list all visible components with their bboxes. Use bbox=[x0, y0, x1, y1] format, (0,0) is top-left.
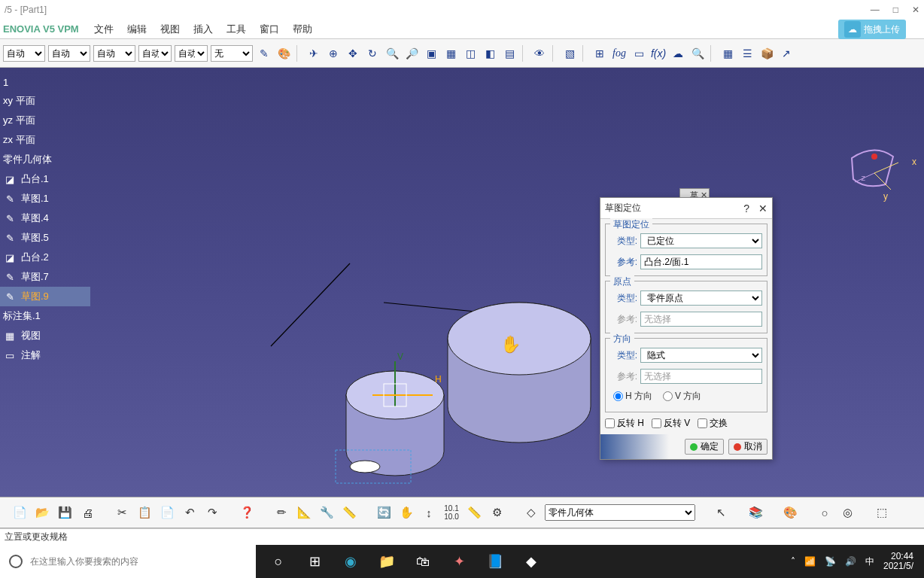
tray-network-icon[interactable]: 📶 bbox=[804, 556, 816, 567]
save-icon[interactable]: 💾 bbox=[56, 503, 74, 522]
redo-icon[interactable]: ↷ bbox=[203, 503, 221, 522]
ok-button[interactable]: 确定 bbox=[685, 439, 724, 455]
sketch-icon[interactable]: ✏ bbox=[272, 503, 290, 522]
circle-icon[interactable]: ○ bbox=[816, 503, 834, 522]
spec-tree[interactable]: 1 xy 平面 yz 平面 zx 平面 零件几何体 ◪凸台.1 ✎草图.1 ✎草… bbox=[0, 74, 90, 365]
cortana-icon[interactable]: ○ bbox=[268, 551, 289, 572]
iso-icon[interactable]: ◫ bbox=[462, 45, 479, 62]
tree-views[interactable]: ▦视图 bbox=[0, 326, 90, 345]
tree-item[interactable]: ◪凸台.1 bbox=[0, 169, 90, 189]
circle2-icon[interactable]: ◎ bbox=[838, 503, 856, 522]
menu-insert[interactable]: 插入 bbox=[187, 21, 219, 38]
body-select[interactable]: 零件几何体 bbox=[545, 504, 695, 521]
check-swap[interactable]: 交换 bbox=[698, 417, 728, 430]
origin-type-select[interactable]: 零件原点 bbox=[640, 291, 762, 306]
render-icon[interactable]: 🎨 bbox=[781, 503, 799, 522]
brush-icon[interactable]: ✎ bbox=[256, 45, 272, 62]
tree-plane-zx[interactable]: zx 平面 bbox=[0, 130, 90, 150]
tray-wifi-icon[interactable]: 📡 bbox=[825, 556, 836, 567]
cube-icon[interactable]: ⬚ bbox=[873, 503, 891, 522]
view-compass[interactable] bbox=[844, 143, 904, 203]
magnify-icon[interactable]: 🔍 bbox=[689, 45, 706, 62]
upload-badge[interactable]: ☁ 拖拽上传 bbox=[838, 20, 906, 39]
minimize-icon[interactable]: — bbox=[871, 5, 880, 15]
undo-icon[interactable]: ↶ bbox=[181, 503, 199, 522]
explorer-icon[interactable]: 📁 bbox=[376, 551, 397, 572]
auto-select-5[interactable]: 自动 bbox=[175, 45, 208, 62]
maximize-icon[interactable]: □ bbox=[893, 5, 898, 15]
ground-icon[interactable]: ▭ bbox=[631, 45, 647, 62]
pointer-icon[interactable]: ↖ bbox=[712, 503, 730, 522]
wire-icon[interactable]: ▤ bbox=[501, 45, 518, 62]
rotate-icon[interactable]: ↻ bbox=[364, 45, 381, 62]
store-icon[interactable]: 🛍 bbox=[412, 551, 433, 572]
body-icon[interactable]: ◇ bbox=[522, 503, 540, 522]
arrow-icon[interactable]: ↗ bbox=[778, 45, 795, 62]
help-icon[interactable]: ❓ bbox=[238, 503, 256, 522]
tray-chevron-icon[interactable]: ˄ bbox=[791, 556, 795, 567]
hand-icon[interactable]: ✋ bbox=[397, 503, 415, 522]
radio-h-dir[interactable]: H 方向 bbox=[613, 390, 652, 403]
auto-select-2[interactable]: 自动 bbox=[48, 45, 90, 62]
tree-item[interactable]: ✎草图.1 bbox=[0, 189, 90, 208]
tree-item[interactable]: ✎草图.5 bbox=[0, 228, 90, 248]
tree-item[interactable]: ◪凸台.2 bbox=[0, 248, 90, 267]
word-icon[interactable]: 📘 bbox=[485, 551, 506, 572]
grid-icon[interactable]: ⊞ bbox=[591, 45, 608, 62]
dialog-help-icon[interactable]: ? bbox=[743, 202, 749, 214]
tree-body[interactable]: 零件几何体 bbox=[0, 150, 90, 169]
radio-v-dir[interactable]: V 方向 bbox=[663, 390, 701, 403]
tree-item-selected[interactable]: ✎草图.9 bbox=[0, 287, 90, 306]
menu-edit[interactable]: 编辑 bbox=[121, 21, 153, 38]
dialog-close-icon[interactable]: ✕ bbox=[758, 202, 767, 214]
thread-icon[interactable]: ⚙ bbox=[488, 503, 506, 522]
cut-icon[interactable]: ✂ bbox=[113, 503, 131, 522]
check-reverse-v[interactable]: 反转 V bbox=[652, 417, 690, 430]
sketch2-icon[interactable]: 📐 bbox=[295, 503, 313, 522]
menu-view[interactable]: 视图 bbox=[154, 21, 186, 38]
new-icon[interactable]: 📄 bbox=[11, 503, 29, 522]
position-ref-input[interactable] bbox=[640, 254, 762, 269]
tray-volume-icon[interactable]: 🔊 bbox=[845, 556, 856, 567]
taskbar-clock[interactable]: 20:44 2021/5/ bbox=[883, 552, 913, 571]
zoom-in-icon[interactable]: 🔍 bbox=[384, 45, 400, 62]
multi-view-icon[interactable]: ▦ bbox=[442, 45, 459, 62]
menu-window[interactable]: 窗口 bbox=[254, 21, 285, 38]
check-reverse-h[interactable]: 反转 H bbox=[605, 417, 644, 430]
cancel-button[interactable]: 取消 bbox=[728, 439, 767, 455]
ime-indicator[interactable]: 中 bbox=[865, 555, 874, 568]
copy-icon[interactable]: 📋 bbox=[135, 503, 153, 522]
open-icon[interactable]: 📂 bbox=[33, 503, 51, 522]
tree-plane-xy[interactable]: xy 平面 bbox=[0, 91, 90, 111]
fly-icon[interactable]: ✈ bbox=[305, 45, 322, 62]
print-icon[interactable]: 🖨 bbox=[78, 503, 96, 522]
dialog-header[interactable]: 草图定位 ? ✕ bbox=[600, 198, 772, 219]
axis-icon[interactable]: ↕ bbox=[420, 503, 438, 522]
shade-icon[interactable]: ◧ bbox=[482, 45, 498, 62]
menu-help[interactable]: 帮助 bbox=[287, 21, 318, 38]
pan-icon[interactable]: ✥ bbox=[345, 45, 361, 62]
close-icon[interactable]: ✕ bbox=[912, 5, 919, 15]
fog-icon[interactable]: fog bbox=[611, 45, 628, 62]
hide-icon[interactable]: 👁 bbox=[531, 45, 548, 62]
material-icon[interactable]: ▧ bbox=[561, 45, 578, 62]
fx-icon[interactable]: f(x) bbox=[650, 45, 667, 62]
menu-tools[interactable]: 工具 bbox=[220, 21, 252, 38]
normal-view-icon[interactable]: ▣ bbox=[423, 45, 439, 62]
taskview-icon[interactable]: ⊞ bbox=[304, 551, 325, 572]
tree-anno[interactable]: ▭注解 bbox=[0, 345, 90, 365]
zoom-out-icon[interactable]: 🔎 bbox=[403, 45, 420, 62]
menu-file[interactable]: 文件 bbox=[88, 21, 120, 38]
measure-icon[interactable]: 📏 bbox=[465, 503, 483, 522]
taskbar-search[interactable]: 在这里输入你要搜索的内容 bbox=[0, 545, 256, 578]
feature-icon[interactable]: 🔧 bbox=[318, 503, 336, 522]
origin-ref-input[interactable] bbox=[640, 312, 762, 327]
dir-ref-input[interactable] bbox=[640, 369, 762, 384]
position-type-select[interactable]: 已定位 bbox=[640, 233, 762, 248]
fit-icon[interactable]: ⊕ bbox=[325, 45, 342, 62]
tree-annoset[interactable]: 标注集.1 bbox=[0, 306, 90, 326]
box-icon[interactable]: 📦 bbox=[758, 45, 775, 62]
palette-icon[interactable]: 🎨 bbox=[275, 45, 292, 62]
paste-icon[interactable]: 📄 bbox=[158, 503, 176, 522]
viewport-3d[interactable]: 1 xy 平面 yz 平面 zx 平面 零件几何体 ◪凸台.1 ✎草图.1 ✎草… bbox=[0, 68, 924, 497]
